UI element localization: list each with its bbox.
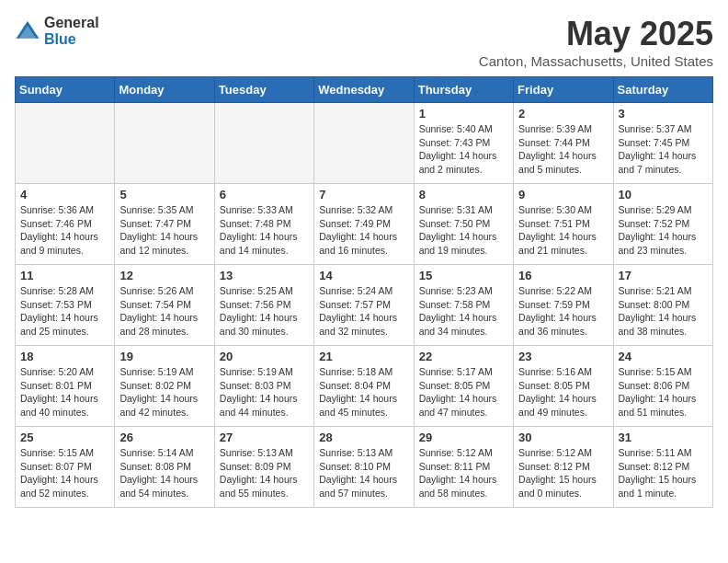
day-number: 5 [119, 188, 209, 201]
logo-icon [15, 18, 40, 44]
header-cell-thursday: Thursday [414, 77, 513, 103]
day-info: Sunrise: 5:11 AM Sunset: 8:12 PM Dayligh… [619, 446, 708, 500]
day-info: Sunrise: 5:18 AM Sunset: 8:04 PM Dayligh… [319, 365, 408, 419]
header-cell-friday: Friday [514, 77, 613, 103]
day-cell: 26Sunrise: 5:14 AM Sunset: 8:08 PM Dayli… [115, 427, 214, 508]
header-cell-saturday: Saturday [613, 77, 712, 103]
day-number: 28 [319, 431, 408, 444]
day-number: 18 [20, 350, 109, 363]
day-cell [16, 103, 115, 184]
day-cell: 11Sunrise: 5:28 AM Sunset: 7:53 PM Dayli… [16, 265, 115, 346]
week-row-5: 25Sunrise: 5:15 AM Sunset: 8:07 PM Dayli… [16, 427, 713, 508]
day-cell: 21Sunrise: 5:18 AM Sunset: 8:04 PM Dayli… [314, 346, 414, 427]
day-info: Sunrise: 5:31 AM Sunset: 7:50 PM Dayligh… [419, 203, 508, 258]
day-cell: 25Sunrise: 5:15 AM Sunset: 8:07 PM Dayli… [16, 427, 115, 508]
day-cell: 1Sunrise: 5:40 AM Sunset: 7:43 PM Daylig… [414, 103, 513, 184]
logo: General Blue [15, 15, 99, 47]
week-row-1: 1Sunrise: 5:40 AM Sunset: 7:43 PM Daylig… [16, 103, 713, 184]
day-number: 16 [518, 269, 608, 282]
header-cell-sunday: Sunday [16, 77, 115, 103]
title-block: May 2025 Canton, Massachusetts, United S… [479, 15, 713, 69]
day-info: Sunrise: 5:36 AM Sunset: 7:46 PM Dayligh… [20, 203, 109, 258]
day-number: 26 [119, 431, 209, 444]
day-cell: 22Sunrise: 5:17 AM Sunset: 8:05 PM Dayli… [414, 346, 513, 427]
day-cell: 20Sunrise: 5:19 AM Sunset: 8:03 PM Dayli… [214, 346, 313, 427]
logo-text: General Blue [44, 15, 99, 47]
day-info: Sunrise: 5:22 AM Sunset: 7:59 PM Dayligh… [518, 284, 608, 339]
day-number: 30 [518, 431, 608, 444]
day-number: 4 [20, 188, 109, 201]
day-cell: 30Sunrise: 5:12 AM Sunset: 8:12 PM Dayli… [514, 427, 613, 508]
logo-blue-text: Blue [44, 31, 99, 48]
day-info: Sunrise: 5:24 AM Sunset: 7:57 PM Dayligh… [319, 284, 408, 339]
day-info: Sunrise: 5:12 AM Sunset: 8:11 PM Dayligh… [419, 446, 508, 500]
day-info: Sunrise: 5:19 AM Sunset: 8:02 PM Dayligh… [119, 365, 209, 419]
day-info: Sunrise: 5:15 AM Sunset: 8:06 PM Dayligh… [619, 365, 708, 419]
day-info: Sunrise: 5:33 AM Sunset: 7:48 PM Dayligh… [220, 203, 309, 258]
day-number: 1 [419, 107, 508, 121]
day-info: Sunrise: 5:17 AM Sunset: 8:05 PM Dayligh… [419, 365, 508, 419]
day-cell: 8Sunrise: 5:31 AM Sunset: 7:50 PM Daylig… [414, 184, 513, 265]
day-number: 29 [419, 431, 508, 444]
day-number: 2 [518, 107, 608, 121]
day-info: Sunrise: 5:20 AM Sunset: 8:01 PM Dayligh… [20, 365, 109, 419]
day-number: 13 [220, 269, 309, 282]
day-info: Sunrise: 5:40 AM Sunset: 7:43 PM Dayligh… [419, 122, 508, 177]
day-info: Sunrise: 5:30 AM Sunset: 7:51 PM Dayligh… [518, 203, 608, 258]
day-info: Sunrise: 5:19 AM Sunset: 8:03 PM Dayligh… [220, 365, 309, 419]
header-cell-wednesday: Wednesday [314, 77, 414, 103]
day-cell: 9Sunrise: 5:30 AM Sunset: 7:51 PM Daylig… [514, 184, 613, 265]
day-number: 9 [518, 188, 608, 201]
day-number: 22 [419, 350, 508, 363]
day-cell [214, 103, 313, 184]
calendar-body: 1Sunrise: 5:40 AM Sunset: 7:43 PM Daylig… [16, 103, 713, 508]
day-number: 27 [220, 431, 309, 444]
day-cell: 18Sunrise: 5:20 AM Sunset: 8:01 PM Dayli… [16, 346, 115, 427]
day-number: 25 [20, 431, 109, 444]
week-row-2: 4Sunrise: 5:36 AM Sunset: 7:46 PM Daylig… [16, 184, 713, 265]
day-number: 24 [619, 350, 708, 363]
logo-general-text: General [44, 15, 99, 31]
day-cell: 6Sunrise: 5:33 AM Sunset: 7:48 PM Daylig… [214, 184, 313, 265]
calendar-subtitle: Canton, Massachusetts, United States [479, 53, 713, 69]
day-cell: 4Sunrise: 5:36 AM Sunset: 7:46 PM Daylig… [16, 184, 115, 265]
day-cell: 23Sunrise: 5:16 AM Sunset: 8:05 PM Dayli… [514, 346, 613, 427]
day-cell: 10Sunrise: 5:29 AM Sunset: 7:52 PM Dayli… [613, 184, 712, 265]
day-info: Sunrise: 5:15 AM Sunset: 8:07 PM Dayligh… [20, 446, 109, 500]
calendar-title: May 2025 [479, 15, 713, 53]
day-info: Sunrise: 5:35 AM Sunset: 7:47 PM Dayligh… [119, 203, 209, 258]
day-info: Sunrise: 5:16 AM Sunset: 8:05 PM Dayligh… [518, 365, 608, 419]
day-info: Sunrise: 5:26 AM Sunset: 7:54 PM Dayligh… [119, 284, 209, 339]
day-cell: 27Sunrise: 5:13 AM Sunset: 8:09 PM Dayli… [214, 427, 313, 508]
day-number: 8 [419, 188, 508, 201]
day-info: Sunrise: 5:37 AM Sunset: 7:45 PM Dayligh… [619, 122, 708, 177]
day-number: 19 [119, 350, 209, 363]
day-number: 12 [119, 269, 209, 282]
day-cell: 12Sunrise: 5:26 AM Sunset: 7:54 PM Dayli… [115, 265, 214, 346]
day-cell: 19Sunrise: 5:19 AM Sunset: 8:02 PM Dayli… [115, 346, 214, 427]
day-cell [314, 103, 414, 184]
week-row-3: 11Sunrise: 5:28 AM Sunset: 7:53 PM Dayli… [16, 265, 713, 346]
day-number: 17 [619, 269, 708, 282]
day-cell [115, 103, 214, 184]
day-number: 21 [319, 350, 408, 363]
day-cell: 2Sunrise: 5:39 AM Sunset: 7:44 PM Daylig… [514, 103, 613, 184]
day-info: Sunrise: 5:39 AM Sunset: 7:44 PM Dayligh… [518, 122, 608, 177]
header-cell-tuesday: Tuesday [214, 77, 313, 103]
day-number: 3 [619, 107, 708, 121]
day-info: Sunrise: 5:12 AM Sunset: 8:12 PM Dayligh… [518, 446, 608, 500]
day-number: 6 [220, 188, 309, 201]
day-number: 20 [220, 350, 309, 363]
day-number: 14 [319, 269, 408, 282]
day-cell: 16Sunrise: 5:22 AM Sunset: 7:59 PM Dayli… [514, 265, 613, 346]
day-cell: 31Sunrise: 5:11 AM Sunset: 8:12 PM Dayli… [613, 427, 712, 508]
day-cell: 7Sunrise: 5:32 AM Sunset: 7:49 PM Daylig… [314, 184, 414, 265]
day-info: Sunrise: 5:32 AM Sunset: 7:49 PM Dayligh… [319, 203, 408, 258]
day-info: Sunrise: 5:25 AM Sunset: 7:56 PM Dayligh… [220, 284, 309, 339]
day-cell: 13Sunrise: 5:25 AM Sunset: 7:56 PM Dayli… [214, 265, 313, 346]
day-number: 23 [518, 350, 608, 363]
day-info: Sunrise: 5:13 AM Sunset: 8:10 PM Dayligh… [319, 446, 408, 500]
day-info: Sunrise: 5:14 AM Sunset: 8:08 PM Dayligh… [119, 446, 209, 500]
day-cell: 28Sunrise: 5:13 AM Sunset: 8:10 PM Dayli… [314, 427, 414, 508]
header-row: SundayMondayTuesdayWednesdayThursdayFrid… [16, 77, 713, 103]
